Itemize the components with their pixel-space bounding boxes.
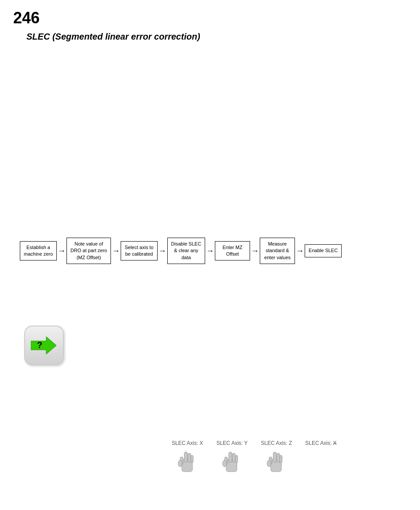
slec-axis-x1-letter: X — [199, 440, 203, 446]
page-number: 246 — [13, 9, 40, 27]
flow-step-2: Note value ofDRO at part zero(MZ Offset) — [66, 238, 111, 264]
hand-icon-y — [220, 448, 244, 477]
flow-step-4: Disable SLEC& clear anydata — [167, 238, 205, 264]
flowchart: Establish amachine zero → Note value ofD… — [20, 238, 342, 264]
svg-point-7 — [178, 460, 182, 467]
flow-step-6: Measurestandard &enter values — [260, 238, 295, 264]
flow-arrow-1: → — [58, 246, 66, 256]
flow-arrow-6: → — [296, 246, 304, 256]
hand-icon-x1 — [175, 448, 199, 477]
svg-point-14 — [223, 460, 227, 467]
slec-axis-x1-label: SLEC Axis: X — [172, 440, 203, 446]
svg-rect-6 — [191, 455, 194, 463]
flow-arrow-3: → — [158, 246, 166, 256]
help-button[interactable]: ? — [24, 326, 64, 365]
svg-rect-16 — [273, 452, 276, 462]
page-title: SLEC (Segmented linear error correction) — [26, 32, 200, 42]
svg-rect-3 — [184, 452, 188, 462]
svg-point-20 — [267, 460, 271, 467]
hand-icon-z — [264, 448, 288, 477]
slec-axis-y-label: SLEC Axis: Y — [216, 440, 247, 446]
slec-axis-y-item[interactable]: SLEC Axis: Y — [216, 440, 247, 477]
flow-arrow-4: → — [206, 246, 214, 256]
slec-axis-z-letter: Z — [289, 440, 292, 446]
flow-step-7: Enable SLEC — [305, 244, 342, 257]
svg-rect-17 — [277, 453, 280, 462]
flow-arrow-5: → — [251, 246, 259, 256]
flow-step-5: Enter MZOffset — [215, 241, 250, 261]
svg-text:?: ? — [37, 340, 42, 350]
slec-axis-y-letter: Y — [244, 440, 248, 446]
slec-axis-x2-item[interactable]: SLEC Axis: X — [305, 440, 336, 446]
slec-axis-x1-item[interactable]: SLEC Axis: X — [172, 440, 203, 477]
flow-arrow-2: → — [112, 246, 120, 256]
svg-rect-11 — [232, 453, 236, 462]
flow-step-1: Establish amachine zero — [20, 241, 57, 261]
svg-rect-13 — [236, 455, 238, 463]
flow-step-3: Select axis tobe calibrated — [121, 241, 157, 261]
slec-axis-z-item[interactable]: SLEC Axis: Z — [261, 440, 292, 477]
slec-axis-z-label: SLEC Axis: Z — [261, 440, 292, 446]
slec-axis-section: SLEC Axis: X SLEC Axi — [172, 440, 337, 477]
svg-rect-10 — [229, 452, 232, 462]
slec-axis-x2-label: SLEC Axis: X — [305, 440, 336, 446]
help-arrow-icon: ? — [31, 334, 57, 356]
svg-rect-4 — [188, 453, 191, 462]
slec-axis-x2-letter: X — [333, 440, 337, 446]
svg-rect-19 — [280, 455, 283, 463]
svg-marker-0 — [31, 337, 56, 354]
